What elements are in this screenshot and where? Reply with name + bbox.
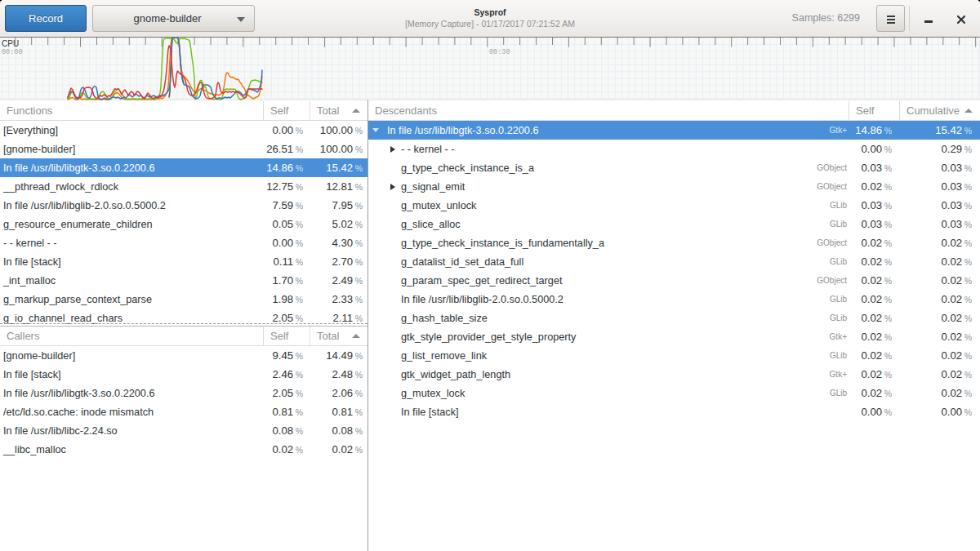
svg-text:CPU: CPU	[2, 39, 19, 48]
svg-text:00:00: 00:00	[2, 48, 23, 56]
svg-text:00:30: 00:30	[489, 48, 510, 56]
